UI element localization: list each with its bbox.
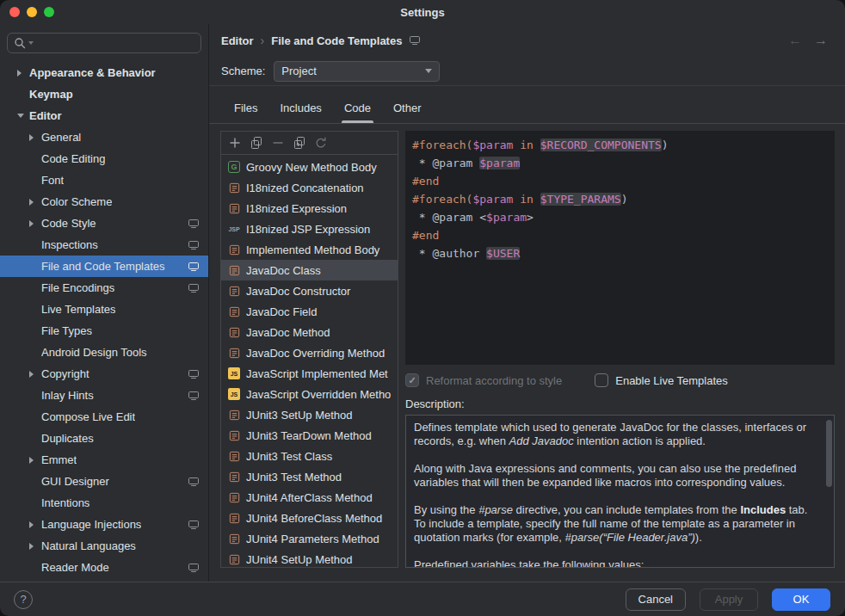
description-scrollbar[interactable]	[826, 420, 832, 487]
revert-template-icon[interactable]	[311, 133, 330, 152]
template-item-label: JavaScript Overridden Metho	[246, 388, 391, 401]
template-item-junit3-test-class[interactable]: JUnit3 Test Class	[221, 446, 398, 466]
tab-includes[interactable]: Includes	[277, 102, 324, 123]
sidebar-item-file-encodings[interactable]: File Encodings	[0, 277, 208, 299]
template-item-junit3-test-method[interactable]: JUnit3 Test Method	[221, 466, 398, 487]
sidebar-item-label: Intentions	[41, 496, 89, 509]
sidebar-item-code-style[interactable]: Code Style	[0, 213, 208, 234]
chevron-down-icon[interactable]	[15, 114, 29, 118]
sidebar-item-copyright[interactable]: Copyright	[0, 363, 208, 385]
sidebar-item-appearance-behavior[interactable]: Appearance & Behavior	[0, 62, 208, 83]
settings-window: Settings Appearance & BehaviorKeymapEdit…	[0, 0, 845, 616]
sidebar-item-android-design-tools[interactable]: Android Design Tools	[0, 342, 208, 363]
template-item-javadoc-constructor[interactable]: JavaDoc Constructor	[221, 280, 398, 301]
sidebar-item-keymap[interactable]: Keymap	[0, 83, 208, 105]
sidebar-item-inlay-hints[interactable]: Inlay Hints	[0, 385, 208, 406]
chevron-right-icon[interactable]	[28, 134, 41, 141]
template-item-junit3-teardown-method[interactable]: JUnit3 TearDown Method	[221, 425, 398, 446]
remove-template-icon[interactable]	[268, 133, 287, 152]
sidebar-item-code-editing[interactable]: Code Editing	[0, 148, 208, 169]
chevron-right-icon[interactable]	[28, 371, 41, 378]
reformat-checkbox[interactable]: ✓ Reformat according to style	[405, 373, 562, 387]
sidebar-item-editor[interactable]: Editor	[0, 105, 208, 126]
template-editor[interactable]: #foreach($param in $RECORD_COMPONENTS) *…	[405, 131, 835, 365]
tab-other[interactable]: Other	[391, 102, 424, 123]
apply-button[interactable]: Apply	[700, 588, 758, 611]
enable-live-templates-checkbox[interactable]: Enable Live Templates	[595, 373, 728, 387]
scheme-select[interactable]: Project	[274, 61, 440, 82]
help-button[interactable]: ?	[14, 590, 33, 609]
settings-sidebar: Appearance & BehaviorKeymapEditorGeneral…	[0, 24, 209, 582]
template-item-junit3-setup-method[interactable]: JUnit3 SetUp Method	[221, 404, 398, 425]
tab-code[interactable]: Code	[342, 102, 373, 123]
template-item-junit4-parameters-method[interactable]: JUnit4 Parameters Method	[221, 528, 398, 549]
template-item-label: JUnit4 BeforeClass Method	[246, 512, 382, 525]
chevron-right-icon[interactable]	[28, 543, 41, 550]
ok-button[interactable]: OK	[772, 588, 830, 611]
cancel-button[interactable]: Cancel	[626, 588, 686, 611]
settings-search-input[interactable]	[7, 33, 201, 53]
template-item-junit4-beforeclass-method[interactable]: JUnit4 BeforeClass Method	[221, 508, 398, 528]
sidebar-item-emmet[interactable]: Emmet	[0, 449, 208, 471]
search-history-chevron-icon[interactable]	[28, 41, 34, 45]
sidebar-item-general[interactable]: General	[0, 126, 208, 148]
checkbox-unchecked-icon	[595, 373, 608, 387]
description-text: Defines template which used to generate …	[414, 421, 817, 568]
chevron-right-icon[interactable]	[15, 70, 29, 77]
chevron-right-icon[interactable]	[28, 521, 41, 528]
breadcrumb-editor[interactable]: Editor	[221, 34, 254, 47]
sidebar-item-compose-live-edit[interactable]: Compose Live Edit	[0, 406, 208, 428]
template-template-type-icon	[227, 284, 241, 298]
sidebar-item-gui-designer[interactable]: GUI Designer	[0, 471, 208, 492]
shared-settings-icon	[188, 283, 200, 293]
sidebar-item-color-scheme[interactable]: Color Scheme	[0, 191, 208, 213]
chevron-right-icon[interactable]	[28, 199, 41, 206]
sidebar-item-label: Inspections	[41, 238, 98, 251]
template-item-i18nized-expression[interactable]: I18nized Expression	[221, 198, 398, 219]
sidebar-item-duplicates[interactable]: Duplicates	[0, 428, 208, 449]
template-item-label: JavaDoc Constructor	[246, 285, 350, 298]
forward-arrow-icon[interactable]: →	[814, 33, 828, 48]
template-item-javadoc-overriding-method[interactable]: JavaDoc Overriding Method	[221, 342, 398, 363]
template-item-groovy-new-method-body[interactable]: GGroovy New Method Body	[221, 157, 398, 177]
shared-settings-icon	[188, 477, 200, 487]
template-item-label: JUnit4 AfterClass Method	[246, 491, 373, 504]
settings-tree: Appearance & BehaviorKeymapEditorGeneral…	[0, 60, 208, 582]
template-item-javadoc-class[interactable]: JavaDoc Class	[221, 260, 398, 280]
sidebar-item-intentions[interactable]: Intentions	[0, 492, 208, 514]
sidebar-item-language-injections[interactable]: Language Injections	[0, 514, 208, 535]
duplicate-template-icon[interactable]	[290, 133, 309, 152]
template-item-junit4-afterclass-method[interactable]: JUnit4 AfterClass Method	[221, 487, 398, 508]
zoom-window-button[interactable]	[44, 7, 54, 17]
sidebar-item-live-templates[interactable]: Live Templates	[0, 299, 208, 320]
template-item-javadoc-field[interactable]: JavaDoc Field	[221, 301, 398, 322]
sidebar-item-file-types[interactable]: File Types	[0, 320, 208, 342]
template-item-junit4-setup-method[interactable]: JUnit4 SetUp Method	[221, 549, 398, 567]
template-item-javascript-implemented-met[interactable]: JSJavaScript Implemented Met	[221, 363, 398, 384]
template-list-panel: GGroovy New Method BodyI18nized Concaten…	[220, 131, 398, 568]
shared-settings-icon	[188, 520, 200, 530]
chevron-right-icon[interactable]	[28, 220, 41, 227]
minimize-window-button[interactable]	[27, 7, 37, 17]
close-window-button[interactable]	[9, 7, 20, 17]
template-item-javadoc-method[interactable]: JavaDoc Method	[221, 322, 398, 342]
template-item-i18nized-concatenation[interactable]: I18nized Concatenation	[221, 177, 398, 198]
chevron-right-icon[interactable]	[28, 457, 41, 464]
sidebar-item-natural-languages[interactable]: Natural Languages	[0, 535, 208, 557]
sidebar-item-font[interactable]: Font	[0, 169, 208, 191]
sidebar-item-label: Inlay Hints	[41, 389, 94, 402]
add-template-icon[interactable]	[225, 133, 244, 152]
sidebar-item-file-and-code-templates[interactable]: File and Code Templates	[0, 256, 208, 277]
js-template-type-icon: JS	[227, 367, 241, 380]
sidebar-item-label: Appearance & Behavior	[29, 66, 156, 79]
sidebar-item-reader-mode[interactable]: Reader Mode	[0, 557, 208, 578]
tab-files[interactable]: Files	[231, 102, 260, 123]
template-item-i18nized-jsp-expression[interactable]: JSPI18nized JSP Expression	[221, 219, 398, 239]
template-item-implemented-method-body[interactable]: Implemented Method Body	[221, 239, 398, 260]
code-line: * @param $param	[412, 154, 828, 172]
back-arrow-icon[interactable]: ←	[788, 33, 802, 48]
code-line: #end	[412, 226, 828, 244]
copy-template-icon[interactable]	[247, 133, 266, 152]
template-item-javascript-overridden-metho[interactable]: JSJavaScript Overridden Metho	[221, 384, 398, 404]
sidebar-item-inspections[interactable]: Inspections	[0, 234, 208, 256]
